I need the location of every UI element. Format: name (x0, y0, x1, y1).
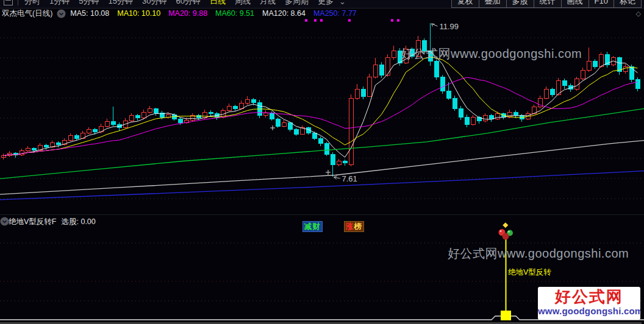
signal-square (501, 311, 511, 320)
balloon-icon (499, 222, 513, 239)
indicator-pane[interactable]: 绝地V型反转F 选股: 0.00 好公式网www.goodgongshi.com… (0, 214, 644, 324)
gridlines (0, 38, 644, 199)
period-tab-7[interactable]: 周线 (235, 0, 251, 7)
period-tab-1[interactable]: 1分钟 (49, 0, 70, 7)
ma-lines (0, 52, 644, 200)
toolbar-right-buttons: 复权叠加多股统计画线F10标记 (452, 0, 642, 8)
marker-diamond-icon[interactable]: ◇ (636, 10, 641, 18)
app-window: 分时1分钟5分钟15分钟30分钟60分钟日线周线月线多周期更多 ⌄ 复权叠加多股… (0, 0, 644, 324)
toolbar-button-0[interactable]: 复权 (451, 0, 479, 8)
period-tabs: 分时1分钟5分钟15分钟30分钟60分钟日线周线月线多周期更多 (24, 0, 343, 7)
toolbar-button-5[interactable]: F10 (589, 0, 614, 8)
magenta-marks (305, 19, 399, 22)
indicator-title: 绝地V型反转F (9, 217, 56, 227)
chevron-down-icon[interactable] (57, 9, 66, 18)
toolbar-button-3[interactable]: 统计 (534, 0, 562, 8)
period-tab-6[interactable]: 日线 (210, 0, 226, 7)
candlestick-chart[interactable]: 11.997.61 (0, 18, 644, 214)
period-tab-10[interactable]: 更多 (318, 0, 334, 7)
toolbar-button-1[interactable]: 叠加 (479, 0, 507, 8)
site-logo: 好公式网 www.goodgongshi.com (538, 287, 640, 320)
stock-title[interactable]: 双杰电气(日线) (2, 9, 52, 19)
site-logo-url: www.goodgongshi.com (538, 306, 640, 317)
main-chart-pane[interactable]: 11.997.61 好公式网www.goodgongshi.com 减财 涨榜 (0, 18, 644, 214)
ma-legend: MA5: 10.08MA10: 10.10MA20: 9.88MA60: 9.5… (70, 9, 364, 18)
chevron-down-icon[interactable]: ⌄ (339, 0, 346, 6)
info-bar: 双杰电气(日线) MA5: 10.08MA10: 10.10MA20: 9.88… (0, 9, 644, 18)
period-tab-2[interactable]: 5分钟 (79, 0, 99, 7)
window-layout-icon[interactable] (4, 0, 13, 5)
period-tab-4[interactable]: 30分钟 (142, 0, 166, 7)
indicator-header: 绝地V型反转F 选股: 0.00 (0, 217, 96, 227)
period-tab-3[interactable]: 15分钟 (108, 0, 132, 7)
ma-value-4: MA120: 8.64 (262, 9, 306, 18)
ma-value-0: MA5: 10.08 (70, 9, 109, 18)
indicator-value: 选股: 0.00 (61, 217, 95, 227)
ma-value-5: MA250: 7.77 (313, 9, 357, 18)
toolbar-button-2[interactable]: 多股 (506, 0, 534, 8)
svg-text:7.61: 7.61 (342, 174, 357, 183)
site-logo-title: 好公式网 (538, 287, 640, 306)
ma-value-2: MA20: 9.88 (168, 9, 207, 18)
period-tab-8[interactable]: 月线 (260, 0, 276, 7)
period-tab-0[interactable]: 分时 (24, 0, 40, 7)
ma-value-1: MA10: 10.10 (117, 9, 160, 18)
period-toolbar: 分时1分钟5分钟15分钟30分钟60分钟日线周线月线多周期更多 ⌄ 复权叠加多股… (0, 0, 644, 9)
toolbar-button-4[interactable]: 画线 (561, 0, 589, 8)
svg-text:11.99: 11.99 (440, 22, 459, 31)
period-tab-5[interactable]: 60分钟 (176, 0, 200, 7)
toolbar-divider (18, 0, 18, 5)
toolbar-button-6[interactable]: 标记 (614, 0, 642, 8)
ma-value-3: MA60: 9.51 (215, 9, 254, 18)
candles-layer (1, 23, 640, 177)
signal-label: 绝地V型反转 (508, 267, 551, 278)
period-tab-9[interactable]: 多周期 (285, 0, 309, 7)
